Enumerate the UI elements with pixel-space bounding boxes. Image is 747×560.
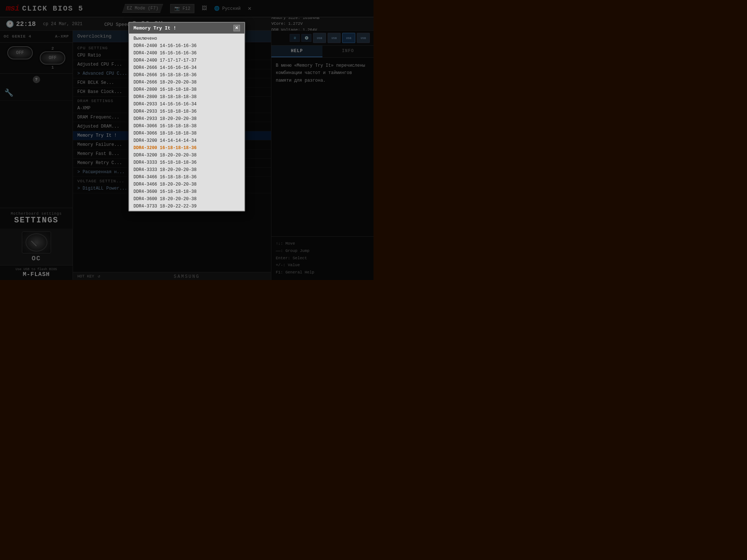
modal-list-item[interactable]: DDR4-3333 18-20-20-20-38 <box>130 166 244 174</box>
modal-list-item[interactable]: DDR4-3066 16-18-18-18-38 <box>130 122 244 130</box>
modal-list-item[interactable]: DDR4-3600 18-20-20-20-38 <box>130 195 244 203</box>
modal-list-item[interactable]: DDR4-2400 14-16-16-16-36 <box>130 42 244 50</box>
modal-list-item[interactable]: DDR4-3200 16-18-18-18-36 <box>130 144 244 152</box>
modal-close-button[interactable]: × <box>233 25 240 31</box>
modal-list-item[interactable]: DDR4-3333 16-18-18-18-36 <box>130 159 244 166</box>
modal-dialog: Memory Try It ! × ВыключеноDDR4-2400 14-… <box>128 22 245 211</box>
modal-title: Memory Try It ! <box>133 26 176 31</box>
modal-list-item[interactable]: DDR4-3733 20-22-22-22-39 <box>130 210 244 211</box>
modal-list-item[interactable]: DDR4-3066 18-18-18-18-38 <box>130 130 244 137</box>
modal-body[interactable]: ВыключеноDDR4-2400 14-16-16-16-36DDR4-24… <box>129 34 244 211</box>
modal-list-item[interactable]: DDR4-3733 18-20-22-22-39 <box>130 203 244 210</box>
modal-list-item[interactable]: DDR4-3600 16-18-18-18-38 <box>130 188 244 195</box>
modal-list-item[interactable]: DDR4-2400 17-17-17-17-37 <box>130 57 244 64</box>
modal-list-item[interactable]: DDR4-2933 18-20-20-20-38 <box>130 115 244 122</box>
modal-list-item[interactable]: DDR4-3200 18-20-20-20-38 <box>130 152 244 159</box>
modal-list-item[interactable]: DDR4-2666 16-18-18-18-36 <box>130 71 244 79</box>
modal-list-item[interactable]: DDR4-2400 16-16-16-16-36 <box>130 50 244 57</box>
modal-list-item[interactable]: DDR4-2933 14-16-16-16-34 <box>130 101 244 108</box>
modal-list-item[interactable]: DDR4-3200 14-14-14-14-34 <box>130 137 244 144</box>
modal-list-item[interactable]: DDR4-3466 18-20-20-20-38 <box>130 181 244 188</box>
modal-list-item[interactable]: DDR4-2800 16-18-18-18-38 <box>130 86 244 93</box>
modal-list-item[interactable]: DDR4-2666 14-16-16-16-34 <box>130 64 244 71</box>
modal-list-item[interactable]: DDR4-3466 16-18-18-18-36 <box>130 174 244 181</box>
modal-list-item[interactable]: DDR4-2800 18-18-18-18-38 <box>130 93 244 101</box>
modal-list-item[interactable]: DDR4-2666 18-20-20-20-38 <box>130 79 244 86</box>
modal-list-item[interactable]: DDR4-2933 16-18-18-18-36 <box>130 108 244 115</box>
modal-overlay: Memory Try It ! × ВыключеноDDR4-2400 14-… <box>0 0 374 280</box>
modal-list-item[interactable]: Выключено <box>130 35 244 42</box>
modal-header: Memory Try It ! × <box>129 23 244 34</box>
